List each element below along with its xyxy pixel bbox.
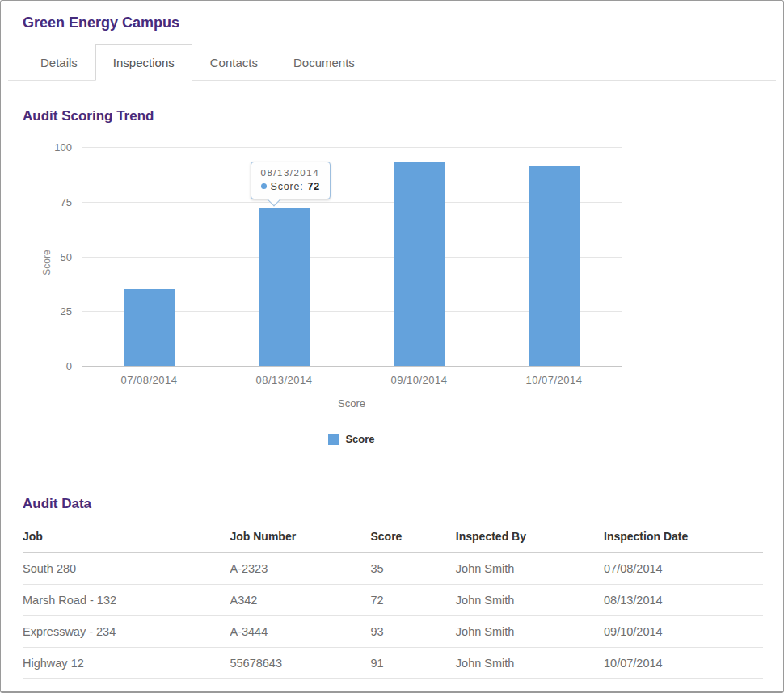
app-window: Green Energy Campus Details Inspections … (0, 0, 784, 693)
table-header-row: Job Job Number Score Inspected By Inspec… (23, 523, 763, 553)
tab-inspections[interactable]: Inspections (95, 44, 192, 81)
x-axis-tick (487, 366, 487, 372)
column-header-job-number: Job Number (230, 523, 370, 553)
table-row: Highway 12 55678643 91 John Smith 10/07/… (23, 648, 763, 679)
tooltip-value: 72 (307, 181, 320, 192)
y-axis-tick-label: 100 (54, 141, 72, 153)
table-section-heading: Audit Data (23, 496, 761, 512)
legend-swatch-icon (328, 434, 339, 445)
cell-job: South 280 (23, 553, 230, 585)
x-axis-tick (622, 366, 622, 372)
cell-inspection-date: 07/08/2014 (604, 553, 763, 585)
column-header-inspection-date: Inspection Date (604, 523, 763, 553)
cell-job-number: A342 (230, 585, 370, 616)
chart-section-heading: Audit Scoring Trend (23, 108, 761, 124)
x-axis-label: 10/07/2014 (487, 374, 622, 386)
tab-documents[interactable]: Documents (276, 44, 373, 81)
x-axis-tick (217, 366, 217, 372)
tab-details[interactable]: Details (23, 44, 95, 81)
x-axis-title: Score (82, 397, 622, 410)
cell-score: 93 (371, 616, 456, 648)
tooltip-value-row: Score: 72 (261, 181, 320, 192)
cell-inspected-by: John Smith (456, 585, 604, 616)
cell-inspected-by: John Smith (456, 648, 604, 679)
chart-tooltip: 08/13/2014 Score: 72 (251, 162, 331, 200)
cell-inspected-by: John Smith (456, 616, 604, 648)
tab-contacts[interactable]: Contacts (192, 44, 276, 81)
bar-07/08/2014[interactable] (124, 289, 175, 366)
cell-score: 72 (371, 585, 456, 616)
audit-data-table: Job Job Number Score Inspected By Inspec… (23, 523, 763, 679)
tooltip-date: 08/13/2014 (261, 168, 320, 178)
tooltip-callout-arrow (267, 192, 280, 206)
legend-label: Score (345, 433, 374, 445)
tooltip-series-label: Score: (271, 181, 304, 192)
table-row: Marsh Road - 132 A342 72 John Smith 08/1… (23, 585, 763, 616)
column-header-job: Job (23, 523, 230, 553)
x-axis-labels: 07/08/201408/13/201409/10/201410/07/2014 (82, 374, 622, 386)
y-axis-title: Score (41, 250, 53, 275)
audit-score-chart: Score 08/13/2014 Score: 72 0255075100 07… (23, 137, 761, 460)
tab-bar: Details Inspections Contacts Documents (8, 44, 776, 81)
x-axis-label: 08/13/2014 (217, 374, 352, 386)
cell-score: 91 (371, 648, 456, 679)
cell-job-number: A-2323 (230, 553, 370, 585)
cell-job-number: A-3444 (230, 616, 370, 648)
gridline (82, 147, 622, 148)
y-axis-tick-label: 50 (61, 250, 72, 262)
cell-inspection-date: 09/10/2014 (604, 616, 763, 648)
bar-10/07/2014[interactable] (529, 166, 580, 366)
x-axis-tick (352, 366, 352, 372)
cell-inspection-date: 08/13/2014 (604, 585, 763, 616)
table-row: Expressway - 234 A-3444 93 John Smith 09… (23, 616, 763, 648)
cell-inspection-date: 10/07/2014 (604, 648, 763, 679)
bar-08/13/2014[interactable] (259, 208, 310, 366)
cell-job-number: 55678643 (230, 648, 370, 679)
table-row: South 280 A-2323 35 John Smith 07/08/201… (23, 553, 763, 585)
column-header-inspected-by: Inspected By (456, 523, 604, 553)
column-header-score: Score (371, 523, 456, 553)
cell-inspected-by: John Smith (456, 553, 604, 585)
x-axis-label: 09/10/2014 (352, 374, 487, 386)
chart-legend: Score (82, 433, 622, 445)
page-title: Green Energy Campus (23, 15, 761, 32)
chart-plot: 08/13/2014 Score: 72 0255075100 (82, 147, 622, 367)
cell-job: Highway 12 (23, 648, 230, 679)
bar-09/10/2014[interactable] (394, 162, 445, 366)
series-dot-icon (261, 183, 267, 189)
y-axis-tick-label: 75 (61, 195, 72, 208)
cell-job: Marsh Road - 132 (23, 585, 230, 616)
cell-score: 35 (371, 553, 456, 585)
cell-job: Expressway - 234 (23, 616, 230, 648)
y-axis-tick-label: 0 (66, 360, 72, 372)
x-axis-label: 07/08/2014 (82, 374, 217, 386)
x-axis-tick (82, 366, 82, 372)
y-axis-tick-label: 25 (61, 305, 72, 317)
